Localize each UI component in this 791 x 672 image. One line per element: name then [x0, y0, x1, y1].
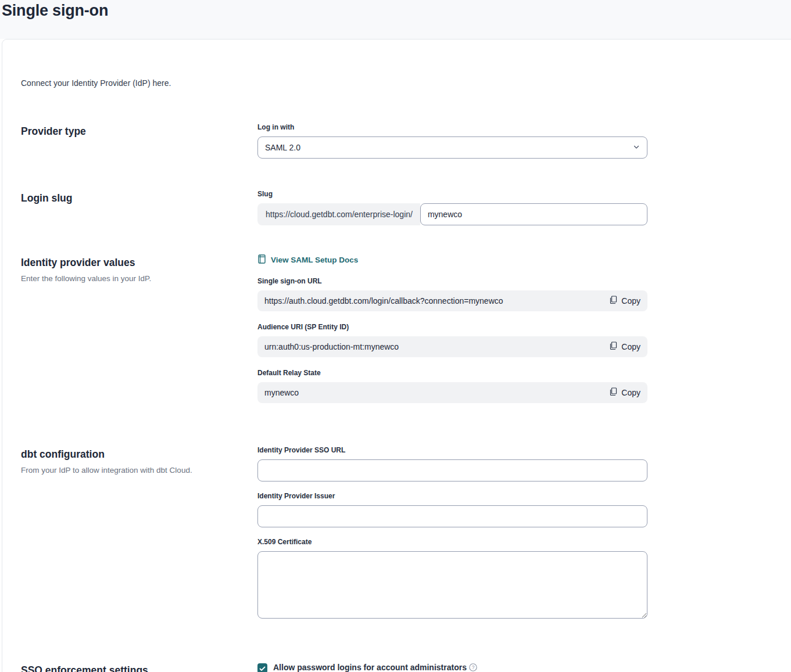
- sso-url-readonly-field: https://auth.cloud.getdbt.com/login/call…: [257, 290, 647, 311]
- login-with-label: Log in with: [257, 123, 647, 131]
- copy-button-label: Copy: [621, 296, 640, 306]
- idp-issuer-label: Identity Provider Issuer: [257, 492, 647, 500]
- password-logins-checkbox-row: Allow password logins for account admini…: [257, 662, 647, 672]
- copy-icon: [610, 342, 617, 352]
- idp-sso-url-group: Identity Provider SSO URL: [257, 446, 647, 481]
- intro-text: Connect your Identity Provider (IdP) her…: [2, 39, 791, 88]
- login-slug-heading: Login slug: [21, 192, 239, 204]
- copy-relay-state-button[interactable]: Copy: [610, 387, 640, 398]
- audience-uri-label: Audience URI (SP Entity ID): [257, 323, 647, 331]
- dbt-configuration-section: dbt configuration From your IdP to allow…: [2, 446, 791, 631]
- copy-icon: [610, 387, 617, 398]
- sso-url-label: Single sign-on URL: [257, 277, 647, 285]
- login-slug-section: Login slug Slug https://cloud.getdbt.com…: [2, 190, 791, 225]
- copy-icon: [610, 296, 617, 306]
- relay-state-value: mynewco: [264, 388, 299, 397]
- dbt-configuration-heading: dbt configuration: [21, 448, 239, 461]
- idp-values-subheading: Enter the following values in your IdP.: [21, 274, 239, 283]
- view-saml-setup-docs-label: View SAML Setup Docs: [271, 256, 358, 264]
- sso-url-value: https://auth.cloud.getdbt.com/login/call…: [264, 296, 503, 306]
- sso-enforcement-section: SSO enforcement settings Allow password …: [2, 662, 791, 672]
- idp-values-heading: Identity provider values: [21, 257, 239, 269]
- view-saml-setup-docs-link[interactable]: View SAML Setup Docs: [257, 254, 358, 265]
- certificate-group: X.509 Certificate: [257, 538, 647, 621]
- copy-sso-url-button[interactable]: Copy: [610, 296, 640, 306]
- page-title: Single sign-on: [2, 2, 782, 20]
- provider-type-section: Provider type Log in with SAML 2.0: [2, 123, 791, 159]
- sso-enforcement-heading: SSO enforcement settings: [21, 664, 239, 672]
- journal-icon: [257, 254, 266, 265]
- idp-values-section: Identity provider values Enter the follo…: [2, 254, 791, 415]
- dbt-configuration-subheading: From your IdP to allow integration with …: [21, 466, 239, 475]
- slug-input[interactable]: [420, 203, 647, 225]
- password-logins-checkbox[interactable]: [257, 663, 267, 672]
- idp-issuer-group: Identity Provider Issuer: [257, 492, 647, 527]
- slug-field-group: https://cloud.getdbt.com/enterprise-logi…: [257, 203, 647, 225]
- idp-issuer-input[interactable]: [257, 505, 647, 527]
- chevron-down-icon: [633, 143, 640, 152]
- audience-uri-group: Audience URI (SP Entity ID) urn:auth0:us…: [257, 323, 647, 357]
- certificate-textarea[interactable]: [257, 551, 647, 619]
- audience-uri-value: urn:auth0:us-production-mt:mynewco: [264, 342, 399, 351]
- password-logins-label: Allow password logins for account admini…: [273, 663, 467, 672]
- copy-button-label: Copy: [621, 342, 640, 351]
- help-icon[interactable]: ?: [469, 663, 477, 672]
- slug-url-prefix: https://cloud.getdbt.com/enterprise-logi…: [257, 203, 420, 225]
- page-header: Single sign-on: [0, 0, 791, 39]
- provider-type-heading: Provider type: [21, 125, 239, 138]
- slug-label: Slug: [257, 190, 647, 198]
- sso-url-group: Single sign-on URL https://auth.cloud.ge…: [257, 277, 647, 311]
- login-with-selected-value: SAML 2.0: [265, 143, 300, 152]
- audience-uri-readonly-field: urn:auth0:us-production-mt:mynewco Copy: [257, 336, 647, 357]
- settings-card: Connect your Identity Provider (IdP) her…: [2, 39, 791, 672]
- idp-sso-url-label: Identity Provider SSO URL: [257, 446, 647, 454]
- relay-state-readonly-field: mynewco Copy: [257, 382, 647, 403]
- relay-state-group: Default Relay State mynewco Copy: [257, 369, 647, 403]
- idp-sso-url-input[interactable]: [257, 459, 647, 481]
- relay-state-label: Default Relay State: [257, 369, 647, 377]
- copy-audience-uri-button[interactable]: Copy: [610, 342, 640, 352]
- copy-button-label: Copy: [621, 388, 640, 397]
- login-with-select[interactable]: SAML 2.0: [257, 136, 647, 159]
- checkmark-icon: [259, 663, 266, 672]
- svg-text:?: ?: [472, 664, 475, 670]
- certificate-label: X.509 Certificate: [257, 538, 647, 546]
